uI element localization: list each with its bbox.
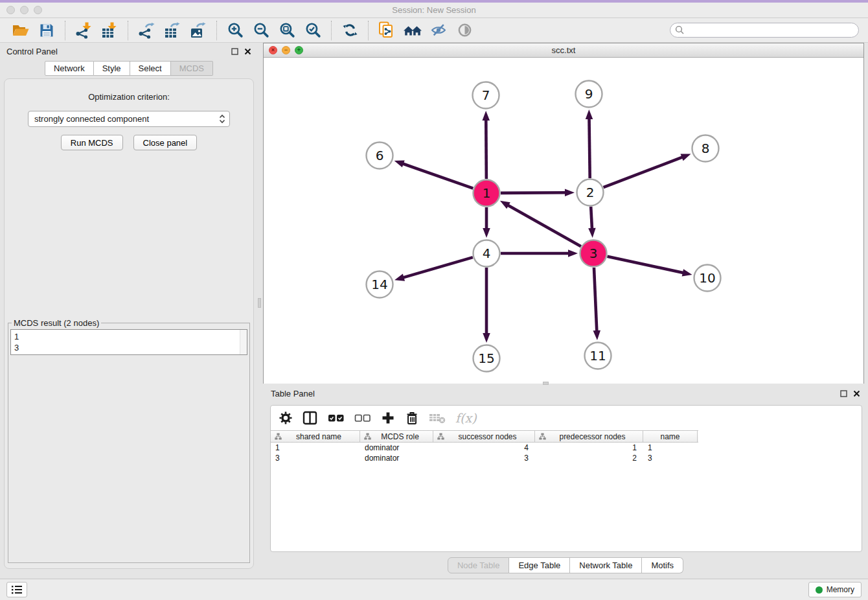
graph-node-11[interactable]: 11 — [585, 343, 611, 369]
export-table-button[interactable] — [159, 20, 185, 41]
graph-edge-1-6[interactable] — [402, 163, 473, 188]
close-panel-icon[interactable] — [853, 390, 860, 397]
show-column-panel-icon[interactable] — [303, 411, 318, 425]
tab-edge-table[interactable]: Edge Table — [509, 557, 570, 573]
network-file-icon — [378, 21, 395, 39]
graph-node-14[interactable]: 14 — [367, 271, 393, 298]
export-image-button[interactable] — [185, 20, 211, 41]
table-panel-header: Table Panel — [263, 385, 868, 402]
graph-edge-1-7[interactable] — [486, 119, 486, 179]
column-header-mcds-role[interactable]: MCDS role — [360, 431, 433, 442]
tab-motifs[interactable]: Motifs — [642, 557, 683, 573]
search-input[interactable] — [688, 24, 858, 36]
import-network-button[interactable] — [71, 20, 97, 41]
column-header-shared-name[interactable]: shared name — [271, 431, 360, 442]
graph-node-8[interactable]: 8 — [692, 135, 719, 162]
graph-node-7[interactable]: 7 — [473, 82, 499, 109]
tab-node-table[interactable]: Node Table — [448, 557, 510, 573]
table-panel-tabbar: Node TableEdge TableNetwork TableMotifs — [263, 557, 868, 573]
show-task-history-button[interactable] — [6, 582, 27, 597]
select-all-columns-icon[interactable] — [328, 413, 345, 423]
graph-node-6[interactable]: 6 — [367, 143, 393, 169]
tab-network[interactable]: Network — [45, 61, 94, 76]
memory-button[interactable]: Memory — [808, 582, 862, 597]
table-cell[interactable]: 3 — [643, 454, 698, 463]
tab-select[interactable]: Select — [130, 61, 171, 76]
graph-node-15[interactable]: 15 — [474, 345, 500, 372]
table-cell[interactable]: 3 — [271, 454, 360, 463]
zoom-fit-button[interactable] — [274, 20, 300, 41]
zoom-out-button[interactable] — [248, 20, 274, 41]
deselect-all-columns-icon[interactable] — [354, 413, 371, 423]
save-session-button[interactable] — [34, 20, 60, 41]
node-label: 3 — [589, 246, 598, 261]
graph-edge-2-8[interactable] — [604, 157, 683, 187]
float-panel-icon[interactable] — [231, 48, 238, 55]
graph-node-1[interactable]: 1 — [474, 180, 500, 207]
graph-node-4[interactable]: 4 — [474, 240, 500, 267]
toolbar-search[interactable] — [670, 23, 859, 38]
graph-node-9[interactable]: 9 — [576, 81, 602, 108]
control-panel-header: Control Panel — [0, 43, 258, 60]
table-cell[interactable]: dominator — [360, 454, 433, 463]
table-cell[interactable]: dominator — [360, 443, 433, 452]
table-cell[interactable]: 3 — [433, 454, 535, 463]
toolbar-separator — [65, 21, 65, 40]
zoom-in-button[interactable] — [222, 20, 248, 41]
hide-graphics-button[interactable] — [426, 20, 451, 41]
tab-network-table[interactable]: Network Table — [570, 557, 642, 573]
column-header-predecessor-nodes[interactable]: predecessor nodes — [535, 431, 643, 442]
zoom-selected-button[interactable] — [300, 20, 326, 41]
run-mcds-button[interactable]: Run MCDS — [61, 135, 123, 150]
delete-column-trash-icon[interactable] — [405, 411, 419, 425]
table-cell[interactable]: 1 — [271, 443, 360, 452]
graph-edge-4-14[interactable] — [403, 257, 473, 278]
table-cell[interactable]: 2 — [535, 454, 643, 463]
graph-edge-arrow-1-2 — [565, 189, 575, 196]
new-network-from-file-button[interactable] — [374, 20, 400, 41]
tab-style[interactable]: Style — [94, 61, 130, 76]
create-column-plus-icon[interactable] — [381, 411, 395, 425]
table-cell[interactable]: 1 — [535, 443, 643, 452]
network-view-window: × − + scc.txt 7968124314101511 — [263, 43, 864, 384]
window-top-strip — [0, 0, 868, 3]
graph-edge-1-2[interactable] — [501, 192, 566, 193]
show-graphics-button[interactable] — [451, 20, 477, 41]
network-canvas[interactable]: 7968124314101511 — [264, 58, 863, 384]
graph-edge-3-11[interactable] — [594, 268, 597, 332]
node-label: 11 — [589, 348, 606, 363]
graph-edge-3-1[interactable] — [507, 205, 581, 246]
graph-edge-2-3[interactable] — [591, 207, 592, 229]
float-panel-icon[interactable] — [840, 390, 847, 397]
graph-edge-2-9[interactable] — [589, 118, 589, 178]
refresh-button[interactable] — [337, 20, 363, 41]
save-disk-icon — [39, 23, 54, 38]
open-session-button[interactable] — [8, 20, 34, 41]
table-settings-gear-icon[interactable] — [279, 411, 293, 425]
export-network-button[interactable] — [133, 20, 159, 41]
close-panel-button[interactable]: Close panel — [133, 135, 198, 150]
control-panel-tabbar: NetworkStyleSelectMCDS — [0, 61, 258, 76]
vertical-splitter-handle[interactable] — [258, 298, 261, 308]
graph-edge-3-10[interactable] — [608, 257, 684, 273]
table-cell[interactable]: 1 — [643, 443, 698, 452]
criterion-dropdown[interactable]: strongly connected component — [28, 111, 230, 127]
graph-node-3[interactable]: 3 — [580, 240, 607, 267]
home-layout-button[interactable] — [400, 20, 426, 41]
import-table-button[interactable] — [97, 20, 122, 41]
mcds-result-textarea[interactable]: 1 3 — [10, 329, 247, 355]
column-header-successor-nodes[interactable]: successor nodes — [433, 431, 535, 442]
graph-node-2[interactable]: 2 — [577, 179, 604, 206]
close-panel-icon[interactable] — [244, 48, 251, 55]
network-window-titlebar[interactable]: × − + scc.txt — [264, 43, 863, 58]
mcds-result-scrollbar[interactable] — [240, 330, 247, 354]
table-row[interactable]: 1dominator411 — [271, 443, 862, 453]
node-label: 15 — [478, 351, 494, 366]
column-header-name[interactable]: name — [643, 431, 698, 442]
memory-status-dot — [816, 586, 823, 594]
graph-node-10[interactable]: 10 — [694, 265, 721, 292]
table-row[interactable]: 3dominator323 — [271, 453, 862, 463]
tab-mcds[interactable]: MCDS — [171, 61, 213, 76]
table-cell[interactable]: 4 — [433, 443, 535, 452]
graph-edge-arrow-1-4 — [483, 228, 490, 238]
